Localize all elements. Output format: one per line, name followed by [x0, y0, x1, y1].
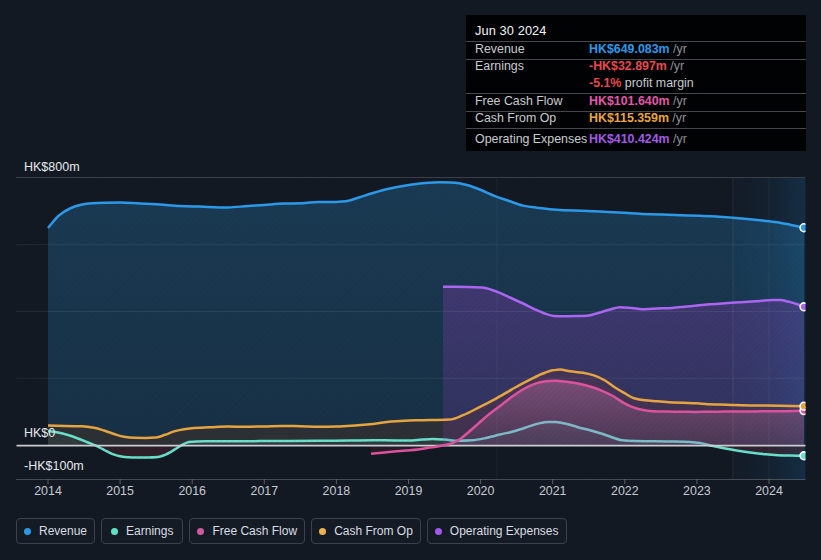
- svg-text:2018: 2018: [323, 484, 351, 498]
- svg-text:HK$0: HK$0: [24, 426, 55, 440]
- svg-text:2016: 2016: [178, 484, 206, 498]
- svg-text:2014: 2014: [34, 484, 62, 498]
- svg-text:2021: 2021: [539, 484, 567, 498]
- svg-text:2020: 2020: [467, 484, 495, 498]
- svg-text:-HK$100m: -HK$100m: [24, 459, 84, 473]
- svg-text:2015: 2015: [106, 484, 134, 498]
- svg-text:2024: 2024: [755, 484, 783, 498]
- svg-text:2019: 2019: [395, 484, 423, 498]
- svg-text:HK$800m: HK$800m: [24, 160, 80, 174]
- svg-text:2023: 2023: [683, 484, 711, 498]
- svg-text:2017: 2017: [251, 484, 279, 498]
- svg-text:2022: 2022: [611, 484, 639, 498]
